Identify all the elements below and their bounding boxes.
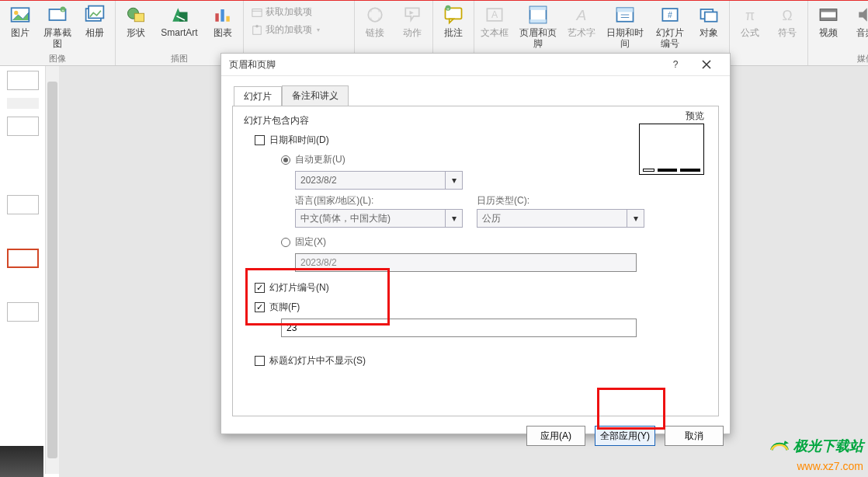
- watermark-brand: 极光下载站: [769, 437, 863, 455]
- wordart-button: A 艺术字: [566, 2, 597, 50]
- headerfooter-icon: [527, 4, 549, 26]
- fixed-row[interactable]: 固定(X): [281, 235, 707, 249]
- headerfooter-button[interactable]: 页眉和页脚: [516, 2, 560, 50]
- cancel-button[interactable]: 取消: [665, 426, 724, 446]
- screenshot-button[interactable]: + 屏幕截图: [42, 2, 73, 50]
- slide-thumbnail[interactable]: [7, 195, 39, 214]
- album-button[interactable]: 相册: [79, 2, 110, 50]
- fixed-date-input[interactable]: [295, 253, 637, 272]
- audio-button[interactable]: 音频: [850, 2, 868, 50]
- calendar-combo[interactable]: ▾: [477, 209, 644, 228]
- datetime-checkbox[interactable]: [255, 135, 265, 145]
- video-button[interactable]: 视频: [813, 2, 844, 50]
- highlight-box-checks: [245, 268, 390, 326]
- svg-rect-28: [530, 19, 547, 23]
- label: 动作: [403, 27, 422, 38]
- close-button[interactable]: [691, 54, 722, 76]
- chart-button[interactable]: 图表: [207, 2, 238, 50]
- thumbnail-scrollbar[interactable]: [46, 66, 59, 474]
- equation-icon: π: [739, 4, 761, 26]
- label: 批注: [444, 27, 463, 38]
- get-addins-button[interactable]: 获取加载项: [252, 5, 346, 19]
- smartart-icon: [168, 4, 190, 26]
- watermark-text: 极光下载站: [793, 437, 863, 455]
- help-button[interactable]: ?: [660, 54, 691, 76]
- comment-icon: +: [443, 4, 464, 26]
- store-icon: [252, 7, 262, 18]
- symbol-button: Ω 符号: [772, 2, 803, 50]
- label: SmartArt: [161, 27, 197, 38]
- label: 形状: [127, 27, 145, 38]
- chevron-down-icon[interactable]: ▾: [445, 172, 462, 189]
- insert-picture-button[interactable]: 图片: [5, 2, 36, 50]
- svg-text:A: A: [576, 7, 587, 23]
- date-format-input[interactable]: [296, 175, 445, 186]
- footer-checkbox-row[interactable]: 页脚(F): [255, 301, 707, 314]
- calendar-input[interactable]: [477, 213, 627, 224]
- object-icon: [698, 4, 720, 26]
- cropped-thumbnail: [0, 446, 43, 477]
- slide-thumbnail-selected[interactable]: [7, 249, 39, 268]
- svg-rect-37: [705, 12, 717, 22]
- svg-point-1: [14, 11, 18, 15]
- datetime-icon: [614, 4, 636, 26]
- slidenum-button[interactable]: # 幻灯片编号: [653, 2, 687, 50]
- label: 视频: [819, 27, 838, 38]
- equation-button: π 公式: [734, 2, 766, 50]
- video-icon: [818, 4, 839, 26]
- svg-text:π: π: [745, 8, 755, 23]
- symbol-icon: Ω: [776, 4, 798, 26]
- language-label: 语言(国家/地区)(L):: [295, 194, 463, 207]
- slide-thumbnail[interactable]: [7, 71, 39, 90]
- slide-thumbnail[interactable]: [7, 98, 39, 109]
- slidenum-checkbox-row[interactable]: 幻灯片编号(N): [255, 281, 707, 294]
- tab-notes[interactable]: 备注和讲义: [282, 85, 349, 106]
- auto-update-label: 自动更新(U): [295, 153, 345, 166]
- group-label: [767, 54, 769, 63]
- preview-box: [639, 124, 704, 175]
- label: 图片: [11, 27, 30, 38]
- footer-checkbox[interactable]: [255, 302, 265, 312]
- hidetitle-checkbox-row[interactable]: 标题幻灯片中不显示(S): [255, 354, 707, 367]
- dialog-tabs: 幻灯片 备注和讲义: [221, 76, 730, 106]
- my-addins-button[interactable]: 我的加载项 ▾: [252, 23, 346, 37]
- svg-rect-8: [134, 13, 144, 22]
- svg-rect-12: [220, 9, 224, 22]
- close-icon: [702, 60, 711, 69]
- apply-all-button[interactable]: 全部应用(Y): [595, 426, 655, 446]
- slide-thumbnail[interactable]: [7, 117, 39, 136]
- label: 日期和时间: [603, 27, 647, 49]
- language-input[interactable]: [296, 213, 445, 224]
- svg-text:#: #: [668, 10, 672, 19]
- hidetitle-checkbox[interactable]: [255, 356, 265, 366]
- datetime-button[interactable]: 日期和时间: [603, 2, 647, 50]
- apply-button[interactable]: 应用(A): [526, 426, 585, 446]
- date-format-combo[interactable]: ▾: [295, 171, 463, 190]
- label: 相册: [85, 27, 104, 38]
- picture-icon: [9, 4, 31, 26]
- svg-rect-31: [617, 8, 634, 12]
- hidetitle-label: 标题幻灯片中不显示(S): [269, 354, 366, 367]
- label: 图表: [214, 27, 232, 38]
- language-combo[interactable]: ▾: [295, 209, 463, 228]
- group-images: 图片 + 屏幕截图 相册 图像: [0, 1, 116, 65]
- textbox-button: A 文本框: [479, 2, 510, 50]
- footer-label: 页脚(F): [269, 301, 300, 314]
- smartart-button[interactable]: SmartArt: [158, 2, 201, 50]
- slidenum-checkbox[interactable]: [255, 283, 265, 293]
- shapes-button[interactable]: 形状: [120, 2, 151, 50]
- footer-text-input[interactable]: [281, 319, 637, 337]
- slide-thumbnail[interactable]: [7, 302, 39, 322]
- watermark-url: www.xz7.com: [797, 460, 863, 472]
- chevron-down-icon: ▾: [317, 26, 320, 33]
- dialog-body: 幻灯片包含内容 预览 日期和时间(D) 自动更新(U) ▾ 语言(国家/地区)(…: [232, 106, 719, 416]
- fixed-radio[interactable]: [281, 238, 290, 247]
- comment-button[interactable]: + 批注: [438, 2, 469, 50]
- tab-slide[interactable]: 幻灯片: [234, 86, 282, 106]
- svg-marker-23: [450, 19, 453, 23]
- chevron-down-icon[interactable]: ▾: [445, 210, 462, 227]
- object-button[interactable]: 对象: [693, 2, 724, 50]
- auto-update-radio[interactable]: [281, 155, 290, 165]
- chevron-down-icon[interactable]: ▾: [627, 210, 644, 227]
- svg-rect-14: [252, 9, 262, 16]
